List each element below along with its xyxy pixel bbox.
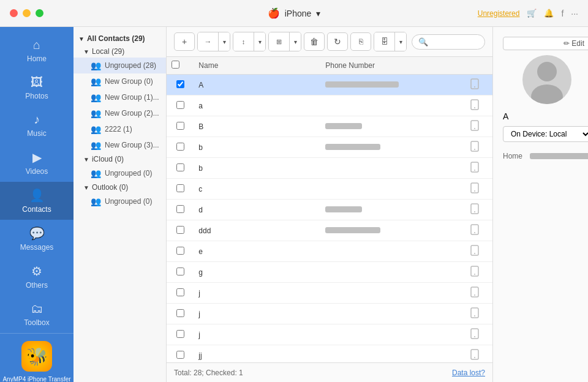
table-row[interactable]: e xyxy=(167,241,492,262)
table-row[interactable]: jj xyxy=(167,345,492,363)
svg-point-23 xyxy=(474,315,475,316)
tree-item-new-group-1[interactable]: 👥 New Group (1)... xyxy=(74,89,166,105)
row-phone xyxy=(320,116,465,137)
maximize-button[interactable] xyxy=(36,9,43,17)
table-row[interactable]: b xyxy=(167,137,492,158)
sidebar-item-videos[interactable]: ▶ Videos xyxy=(0,144,74,182)
table-row[interactable]: j xyxy=(167,304,492,324)
minimize-button[interactable] xyxy=(23,9,31,17)
row-checkbox[interactable] xyxy=(176,205,184,213)
select-all-checkbox[interactable] xyxy=(172,61,179,69)
row-name: d xyxy=(194,200,320,220)
row-checkbox[interactable] xyxy=(176,101,184,109)
local-header[interactable]: ▼ Local (29) xyxy=(74,45,166,58)
table-row[interactable]: d xyxy=(167,200,492,220)
data-lost-link[interactable]: Data lost? xyxy=(452,369,485,377)
row-checkbox-cell xyxy=(167,345,194,363)
row-name: j xyxy=(194,304,320,324)
add-button[interactable]: + xyxy=(174,32,195,51)
table-row[interactable]: a xyxy=(167,96,492,116)
chevron-down-icon[interactable]: ▾ xyxy=(316,9,320,18)
row-checkbox[interactable] xyxy=(176,309,184,317)
row-checkbox[interactable] xyxy=(176,288,184,296)
table-row[interactable]: j xyxy=(167,283,492,304)
tree-item-new-group-2[interactable]: 👥 New Group (2)... xyxy=(74,105,166,121)
svg-point-9 xyxy=(474,170,475,171)
tree-item-ungrouped-local[interactable]: 👥 Ungrouped (28) xyxy=(74,58,166,73)
cart-icon[interactable]: 🛒 xyxy=(527,9,537,18)
row-phone xyxy=(320,345,465,363)
archive-arrow-button[interactable]: ▾ xyxy=(395,32,406,51)
transfer-button[interactable]: ⊞ xyxy=(269,32,290,51)
more-icon[interactable]: ··· xyxy=(571,9,578,18)
outlook-header[interactable]: ▼ Outlook (0) xyxy=(74,181,166,193)
unregistered-link[interactable]: Unregistered xyxy=(478,9,520,18)
tree-item-new-group-3[interactable]: 👥 New Group (3)... xyxy=(74,137,166,153)
import-arrow-button[interactable]: ▾ xyxy=(219,32,230,51)
table-row[interactable]: g xyxy=(167,262,492,283)
tree-item-ungrouped-outlook[interactable]: 👥 Ungrouped (0) xyxy=(74,193,166,209)
table-row[interactable]: A xyxy=(167,75,492,96)
close-button[interactable] xyxy=(10,9,18,17)
table-row[interactable]: c xyxy=(167,179,492,200)
bell-icon[interactable]: 🔔 xyxy=(544,9,554,18)
row-checkbox[interactable] xyxy=(176,351,184,359)
contact-name: A xyxy=(503,111,508,121)
tree-panel: ▼ All Contacts (29) ▼ Local (29) 👥 Ungro… xyxy=(74,27,167,382)
icloud-header[interactable]: ▼ iCloud (0) xyxy=(74,153,166,165)
row-checkbox[interactable] xyxy=(176,330,184,338)
row-device-icon xyxy=(466,345,492,363)
outlook-label: Outlook (0) xyxy=(92,183,128,192)
tree-item-2222[interactable]: 👥 2222 (1) xyxy=(74,121,166,137)
row-name: j xyxy=(194,324,320,345)
row-phone xyxy=(320,262,465,283)
transfer-arrow-button[interactable]: ▾ xyxy=(290,32,301,51)
device-select[interactable]: On Device: Local On Device: iCloud xyxy=(503,126,588,142)
title-bar: 🍎 iPhone ▾ Unregistered 🛒 🔔 f ··· xyxy=(0,0,588,27)
row-checkbox[interactable] xyxy=(176,122,184,130)
table-row[interactable]: b xyxy=(167,158,492,179)
row-checkbox-cell xyxy=(167,304,194,324)
window-title: iPhone xyxy=(285,9,312,18)
row-checkbox[interactable] xyxy=(176,268,184,275)
sidebar-item-music[interactable]: ♪ Music xyxy=(0,107,74,144)
tree-item-ungrouped-icloud[interactable]: 👥 Ungrouped (0) xyxy=(74,165,166,181)
table-row[interactable]: ddd xyxy=(167,220,492,241)
refresh-button[interactable]: ↻ xyxy=(327,32,348,51)
edit-button[interactable]: ✏ Edit xyxy=(503,37,588,50)
sidebar-label-messages: Messages xyxy=(20,243,54,252)
facebook-icon[interactable]: f xyxy=(561,9,564,18)
tree-item-label: New Group (2)... xyxy=(105,109,159,118)
avatar-container xyxy=(522,55,571,104)
row-checkbox[interactable] xyxy=(176,226,184,234)
title-right-area: Unregistered 🛒 🔔 f ··· xyxy=(478,9,578,18)
sidebar-item-toolbox[interactable]: 🗂 Toolbox xyxy=(0,296,74,333)
export-button[interactable]: ↕ xyxy=(233,32,254,51)
export-arrow-button[interactable]: ▾ xyxy=(254,32,265,51)
row-checkbox[interactable] xyxy=(176,80,184,88)
row-checkbox[interactable] xyxy=(176,163,184,171)
copy-button[interactable]: ⎘ xyxy=(350,32,371,51)
sidebar-item-contacts[interactable]: 👤 Contacts xyxy=(0,182,74,220)
row-checkbox[interactable] xyxy=(176,143,184,151)
search-input[interactable] xyxy=(432,37,481,46)
group-icon: 👥 xyxy=(91,124,101,134)
sidebar-item-photos[interactable]: 🖼 Photos xyxy=(0,69,74,107)
archive-button[interactable]: 🗄 xyxy=(374,32,395,51)
row-name: a xyxy=(194,96,320,116)
delete-button[interactable]: 🗑 xyxy=(304,32,325,51)
tree-item-new-group-0[interactable]: 👥 New Group (0) xyxy=(74,73,166,89)
sidebar-item-messages[interactable]: 💬 Messages xyxy=(0,220,74,258)
row-device-icon xyxy=(466,158,492,179)
table-row[interactable]: B xyxy=(167,116,492,137)
row-name: e xyxy=(194,241,320,262)
row-name: j xyxy=(194,283,320,304)
all-contacts-header[interactable]: ▼ All Contacts (29) xyxy=(74,32,166,45)
table-row[interactable]: j xyxy=(167,324,492,345)
sidebar-item-others[interactable]: ⚙ Others xyxy=(0,258,74,296)
row-checkbox[interactable] xyxy=(176,247,184,255)
sidebar-item-home[interactable]: ⌂ Home xyxy=(0,32,74,69)
import-button[interactable]: → xyxy=(198,32,219,51)
icloud-arrow: ▼ xyxy=(83,156,89,163)
row-checkbox[interactable] xyxy=(176,184,184,192)
